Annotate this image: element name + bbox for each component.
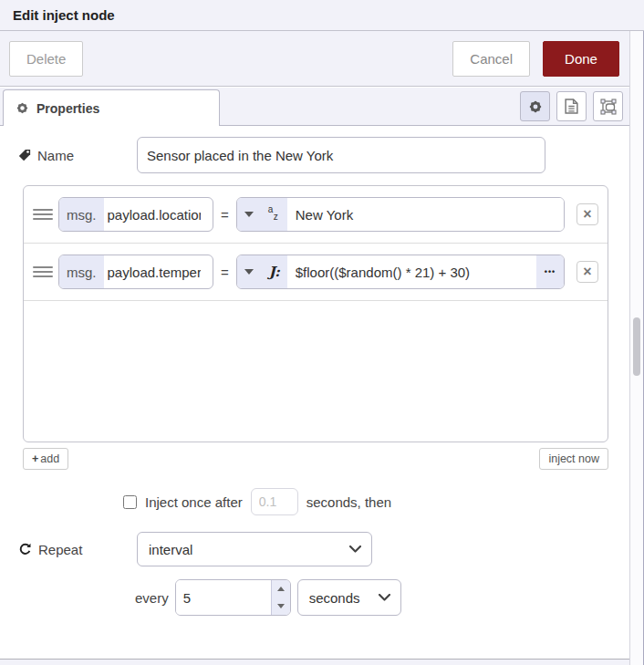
rule-row: msg. = J: ••• × [24, 244, 608, 301]
type-dropdown-button[interactable] [237, 255, 262, 288]
inject-now-button[interactable]: inject now [539, 448, 608, 470]
chevron-down-icon [349, 546, 361, 553]
interval-row: every seconds [135, 579, 401, 616]
remove-rule-button[interactable]: × [576, 203, 598, 225]
edit-inject-node-dialog: Edit inject node Delete Cancel Done Prop… [0, 0, 644, 665]
repeat-icon [18, 543, 32, 556]
name-row: Name [0, 137, 629, 173]
interval-count-input[interactable] [176, 580, 271, 615]
scrollbar-thumb[interactable] [633, 317, 640, 376]
type-dropdown-button[interactable] [237, 198, 262, 231]
tab-properties[interactable]: Properties [3, 89, 220, 126]
inject-once-label: Inject once after [145, 494, 243, 510]
inject-once-suffix: seconds, then [306, 494, 391, 510]
properties-tab-button[interactable] [520, 91, 550, 121]
property-value-input[interactable] [287, 198, 564, 231]
ellipsis-icon: ••• [545, 267, 556, 276]
list-footer: +add inject now [23, 448, 608, 470]
drag-handle-icon[interactable] [33, 209, 53, 220]
repeat-select[interactable]: interval [137, 532, 372, 566]
gear-icon [16, 101, 29, 115]
property-key-input[interactable] [104, 255, 204, 288]
add-label: add [40, 452, 59, 465]
inject-once-checkbox[interactable] [123, 495, 137, 509]
tab-icon-buttons [520, 91, 623, 121]
interval-unit-select[interactable]: seconds [297, 579, 401, 616]
appearance-tab-button[interactable] [593, 91, 623, 121]
scrollbar-track[interactable] [629, 31, 644, 665]
tag-icon [18, 149, 31, 161]
number-spinner [271, 580, 290, 615]
done-button[interactable]: Done [543, 41, 619, 77]
tab-properties-label: Properties [36, 101, 99, 116]
jsonata-glyph: J: [269, 264, 280, 280]
name-label-text: Name [37, 148, 74, 163]
delete-button[interactable]: Delete [9, 41, 83, 77]
caret-down-icon [244, 269, 254, 275]
az-a: a [268, 204, 274, 214]
repeat-row: Repeat interval [0, 532, 629, 566]
inject-once-delay-input [251, 488, 298, 515]
name-input[interactable] [137, 137, 545, 173]
interval-count-group [175, 579, 291, 616]
equals-sign: = [221, 207, 229, 223]
plus-icon: + [32, 452, 38, 465]
inject-properties-list: msg. = a z × [23, 185, 608, 442]
spinner-up-button[interactable] [272, 580, 290, 597]
repeat-label: Repeat [18, 542, 137, 557]
chevron-down-icon [379, 594, 390, 601]
property-key-group: msg. [58, 197, 213, 232]
az-z: z [274, 212, 278, 222]
rule-row: msg. = a z × [24, 186, 608, 244]
property-key-input[interactable] [104, 198, 204, 231]
repeat-label-text: Repeat [38, 542, 82, 557]
close-icon: × [583, 264, 591, 279]
dialog-title: Edit inject node [13, 7, 115, 23]
cancel-button[interactable]: Cancel [452, 41, 530, 77]
interval-unit-value: seconds [309, 590, 360, 606]
property-value-group: a z [236, 197, 565, 232]
caret-down-icon [244, 212, 254, 217]
gear-icon [528, 99, 543, 114]
string-type-icon: a z [262, 198, 287, 231]
property-value-input[interactable] [287, 255, 536, 288]
name-label: Name [18, 148, 137, 163]
jsonata-type-icon: J: [262, 255, 287, 288]
appearance-icon [600, 99, 617, 115]
close-icon: × [583, 206, 591, 222]
remove-rule-button[interactable]: × [576, 261, 598, 283]
arrow-down-icon [277, 604, 285, 608]
document-icon [565, 99, 578, 114]
arrow-up-icon [277, 587, 285, 591]
description-tab-button[interactable] [556, 91, 587, 121]
msg-prefix: msg. [59, 198, 104, 231]
properties-panel: Name msg. = a [0, 126, 629, 659]
repeat-selected-value: interval [149, 542, 192, 557]
msg-prefix: msg. [59, 255, 104, 288]
property-key-group: msg. [58, 255, 213, 289]
equals-sign: = [221, 265, 229, 280]
expand-expression-button[interactable]: ••• [536, 255, 564, 288]
drag-handle-icon[interactable] [33, 266, 53, 277]
dialog-button-bar: Delete Cancel Done [0, 31, 629, 87]
property-value-group: J: ••• [236, 255, 565, 289]
editor-tab-bar: Properties [0, 88, 629, 126]
spinner-down-button[interactable] [272, 597, 290, 615]
add-property-button[interactable]: +add [23, 448, 68, 470]
every-label: every [135, 590, 169, 606]
inject-once-row: Inject once after seconds, then [123, 488, 391, 515]
dialog-bottom-edge [0, 659, 629, 665]
dialog-header: Edit inject node [0, 0, 644, 31]
